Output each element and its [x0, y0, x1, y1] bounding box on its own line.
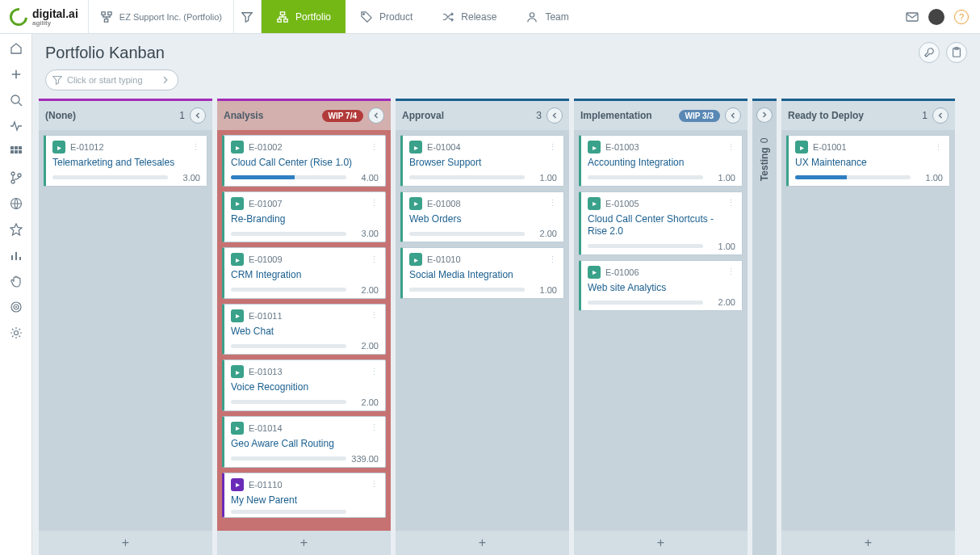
card-title[interactable]: Telemarketing and Telesales: [52, 157, 200, 170]
kanban-card[interactable]: ▸E-01009⋮CRM Integration2.00: [222, 247, 386, 299]
add-card-button[interactable]: +: [574, 531, 748, 555]
breadcrumb-filter-button[interactable]: [234, 0, 262, 33]
column: ImplementationWIP 3/3▸E-01003⋮Accounting…: [574, 99, 748, 555]
star-icon[interactable]: [10, 223, 23, 236]
card-type-icon: ▸: [231, 309, 244, 322]
card-menu-icon[interactable]: ⋮: [727, 267, 735, 277]
card-menu-icon[interactable]: ⋮: [370, 198, 379, 208]
kanban-card[interactable]: ▸E-01013⋮Voice Recognition2.00: [222, 359, 386, 411]
hierarchy-icon: [276, 11, 289, 23]
card-title[interactable]: My New Parent: [231, 494, 379, 507]
card-title[interactable]: Re-Branding: [231, 213, 379, 226]
progress-bar: [409, 232, 525, 236]
add-card-button[interactable]: +: [217, 531, 391, 555]
card-menu-icon[interactable]: ⋮: [370, 310, 379, 321]
add-card-button[interactable]: +: [781, 531, 955, 555]
add-card-button[interactable]: +: [396, 531, 569, 555]
kanban-card[interactable]: ▸E-01011⋮Web Chat2.00: [222, 304, 386, 355]
kanban-card[interactable]: ▸E-01004⋮Browser Support1.00: [400, 135, 564, 187]
collapse-button[interactable]: [725, 107, 741, 124]
kanban-card[interactable]: ▸E-01012⋮Telemarketing and Telesales3.00: [44, 135, 207, 187]
breadcrumb-text: EZ Support Inc. (Portfolio): [119, 12, 222, 22]
mail-icon[interactable]: [906, 11, 919, 23]
card-title[interactable]: Social Media Integration: [409, 269, 557, 282]
card-type-icon: ▸: [795, 141, 808, 153]
plus-icon[interactable]: [10, 68, 23, 81]
svg-point-6: [363, 13, 365, 15]
left-rail: [0, 34, 32, 555]
card-menu-icon[interactable]: ⋮: [934, 142, 943, 153]
kanban-card[interactable]: ▸E-01110⋮My New Parent: [222, 473, 386, 519]
progress-bar: [231, 456, 346, 460]
pulse-icon[interactable]: [10, 120, 23, 132]
avatar[interactable]: [928, 9, 944, 25]
kanban-card[interactable]: ▸E-01003⋮Accounting Integration1.00: [579, 135, 743, 187]
kanban-card[interactable]: ▸E-01014⋮Geo Aware Call Routing339.00: [222, 416, 386, 468]
nav-item-release[interactable]: Release: [427, 0, 511, 33]
card-menu-icon[interactable]: ⋮: [191, 142, 200, 153]
target-icon[interactable]: [10, 301, 23, 313]
bars-icon[interactable]: [10, 249, 23, 262]
kanban-card[interactable]: ▸E-01001⋮UX Maintenance1.00: [786, 135, 950, 187]
card-title[interactable]: Cloud Call Center Shortcuts - Rise 2.0: [588, 213, 735, 238]
tree-icon: [100, 11, 113, 23]
collapse-button[interactable]: [932, 107, 949, 124]
column-count: 1: [179, 110, 185, 121]
card-id: E-01014: [249, 423, 283, 433]
nav-item-team[interactable]: Team: [511, 0, 583, 33]
progress-bar: [409, 288, 525, 292]
hand-icon[interactable]: [10, 275, 23, 288]
gear-icon[interactable]: [10, 326, 23, 339]
wip-badge: WIP 7/4: [322, 110, 363, 122]
brand-logo[interactable]: digital.ai agility: [0, 7, 88, 27]
card-title[interactable]: UX Maintenance: [795, 157, 943, 170]
grid-icon[interactable]: [10, 145, 23, 158]
card-title[interactable]: Accounting Integration: [588, 157, 735, 170]
card-type-icon: ▸: [409, 141, 422, 153]
card-title[interactable]: Geo Aware Call Routing: [231, 438, 379, 451]
kanban-card[interactable]: ▸E-01006⋮Web site Analytics2.00: [579, 260, 743, 312]
card-menu-icon[interactable]: ⋮: [727, 198, 735, 208]
collapse-button[interactable]: [547, 107, 563, 124]
home-icon[interactable]: [10, 42, 23, 55]
card-title[interactable]: Cloud Call Center (Rise 1.0): [231, 157, 379, 170]
kanban-card[interactable]: ▸E-01008⋮Web Orders2.00: [400, 191, 564, 243]
card-menu-icon[interactable]: ⋮: [370, 142, 379, 153]
card-title[interactable]: Web Orders: [409, 213, 557, 226]
breadcrumb[interactable]: EZ Support Inc. (Portfolio): [88, 0, 234, 33]
kanban-card[interactable]: ▸E-01007⋮Re-Branding3.00: [222, 191, 386, 243]
kanban-card[interactable]: ▸E-01010⋮Social Media Integration1.00: [400, 247, 564, 299]
card-menu-icon[interactable]: ⋮: [370, 254, 379, 265]
column-header: AnalysisWIP 7/4: [217, 101, 391, 130]
collapse-button[interactable]: [368, 107, 384, 124]
card-menu-icon[interactable]: ⋮: [548, 254, 557, 265]
filter-input[interactable]: Click or start typing: [45, 69, 178, 90]
help-icon[interactable]: ?: [954, 10, 969, 24]
expand-button[interactable]: [756, 107, 773, 123]
branch-icon[interactable]: [10, 171, 23, 184]
card-title[interactable]: Web site Analytics: [588, 282, 735, 295]
card-menu-icon[interactable]: ⋮: [370, 423, 379, 433]
card-score: 3.00: [351, 229, 379, 238]
wrench-button[interactable]: [919, 42, 940, 63]
search-icon[interactable]: [10, 94, 23, 107]
clipboard-button[interactable]: [946, 42, 967, 63]
card-title[interactable]: Browser Support: [409, 157, 557, 170]
card-menu-icon[interactable]: ⋮: [548, 142, 557, 153]
card-menu-icon[interactable]: ⋮: [370, 479, 379, 490]
progress-bar: [231, 288, 346, 292]
card-menu-icon[interactable]: ⋮: [548, 198, 557, 208]
nav-item-portfolio[interactable]: Portfolio: [262, 0, 346, 33]
kanban-card[interactable]: ▸E-01002⋮Cloud Call Center (Rise 1.0)4.0…: [222, 135, 386, 187]
card-title[interactable]: Voice Recognition: [231, 381, 379, 394]
card-title[interactable]: Web Chat: [231, 326, 379, 338]
card-menu-icon[interactable]: ⋮: [370, 367, 379, 377]
column-title: Implementation: [580, 110, 652, 121]
collapse-button[interactable]: [190, 107, 206, 124]
add-card-button[interactable]: +: [39, 531, 212, 555]
nav-item-product[interactable]: Product: [346, 0, 427, 33]
card-title[interactable]: CRM Integration: [231, 269, 379, 282]
kanban-card[interactable]: ▸E-01005⋮Cloud Call Center Shortcuts - R…: [579, 191, 743, 255]
globe-icon[interactable]: [10, 197, 23, 210]
card-menu-icon[interactable]: ⋮: [727, 142, 735, 153]
